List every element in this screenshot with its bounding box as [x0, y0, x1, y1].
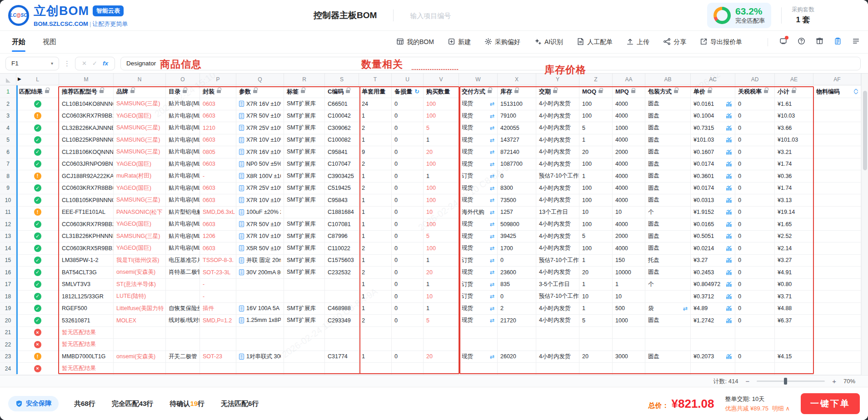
cell-unit-price[interactable]: ¥0.0165	[691, 218, 735, 231]
cell-delivery-type[interactable]: 现货⇄	[459, 315, 498, 327]
cell-packaging[interactable]	[645, 339, 691, 351]
cell-lead-time[interactable]	[536, 339, 579, 351]
toolbar-purchase-pref[interactable]: 采购偏好	[484, 38, 520, 47]
cell-package[interactable]: SMD,P=1.2	[200, 315, 236, 327]
column-header[interactable]: 单价	[691, 85, 735, 98]
cell-packaging[interactable]: 圆盘	[645, 146, 691, 158]
cell-delivery-type[interactable]: 订货⇄	[459, 279, 498, 291]
zoom-in-button[interactable]: +	[832, 378, 836, 385]
cell-material-code[interactable]	[813, 255, 861, 267]
cell-mpq[interactable]: 10	[613, 207, 645, 219]
cell-buy-qty[interactable]	[424, 327, 459, 339]
cell-tag[interactable]: SMT扩展库	[284, 170, 325, 183]
cell-stock[interactable]: 79100	[498, 110, 536, 123]
cell-tag[interactable]: SMT扩展库	[284, 303, 325, 315]
match-status-warn-icon[interactable]: !	[34, 173, 41, 180]
cell-moq[interactable]: 100	[579, 158, 613, 171]
cell-brand[interactable]	[114, 339, 166, 351]
cell-c-code[interactable]: C95841	[325, 146, 359, 158]
cell-brand[interactable]: SAMSUNG(三星)	[114, 98, 166, 110]
cell-buy-qty[interactable]: 10	[424, 291, 459, 303]
cell-unit-price[interactable]: ¥0.1607	[691, 146, 735, 158]
cell-spare-qty[interactable]: 0	[392, 218, 424, 231]
cell-lead-time[interactable]: 4小时内发货	[536, 351, 579, 363]
cell-delivery-type[interactable]: 现货⇄	[459, 267, 498, 279]
price-trend-icon[interactable]	[726, 317, 732, 324]
cell-moq[interactable]: 100	[579, 218, 613, 231]
zoom-out-button[interactable]: −	[745, 378, 749, 385]
cell-spare-qty[interactable]: 0	[392, 98, 424, 110]
swap-supplier-icon[interactable]: ⇄	[490, 305, 494, 312]
cell-tag[interactable]: SMT扩展库	[284, 158, 325, 171]
column-letter-N[interactable]: N	[114, 74, 166, 85]
cell-mpq[interactable]: 3000	[613, 351, 645, 363]
cell-mpq[interactable]: 1000	[613, 122, 645, 134]
cell-match-status[interactable]: ✓	[16, 291, 59, 303]
cell-qty-per-set[interactable]: 2	[359, 183, 392, 195]
cell-c-code[interactable]: C66501	[325, 98, 359, 110]
cell-stock[interactable]: 420055	[498, 122, 536, 134]
cell-moq[interactable]: 5	[579, 231, 613, 243]
cell-stock[interactable]: 1087700	[498, 158, 536, 171]
cell-buy-qty[interactable]: 20	[424, 267, 459, 279]
cell-params[interactable]	[236, 291, 284, 303]
messages-button[interactable]	[779, 37, 787, 47]
cell-material-code[interactable]	[813, 122, 861, 134]
cell-delivery-type[interactable]: 现货⇄	[459, 110, 498, 123]
cell-match-status[interactable]: ✓	[16, 279, 59, 291]
cell-subtotal[interactable]: ¥3.13	[775, 194, 813, 207]
cell-match-status[interactable]: ✓	[16, 194, 59, 207]
cell-delivery-type[interactable]: 现货⇄	[459, 122, 498, 134]
column-letter-M[interactable]: M	[59, 74, 114, 85]
cell-tariff-rate[interactable]: 0	[735, 303, 775, 315]
match-status-ok-icon[interactable]: ✓	[34, 305, 41, 312]
swap-supplier-icon[interactable]: ⇄	[490, 221, 494, 227]
cell-qty-per-set[interactable]: 1	[359, 279, 392, 291]
cell-category[interactable]	[166, 363, 200, 375]
cell-package[interactable]	[200, 363, 236, 375]
cell-delivery-type[interactable]: 现货⇄	[459, 351, 498, 363]
cell-tariff-rate[interactable]: 0	[735, 98, 775, 110]
column-header[interactable]: 标签	[284, 85, 325, 98]
cell-tariff-rate[interactable]: 0	[735, 242, 775, 255]
match-status-ok-icon[interactable]: ✓	[34, 293, 41, 300]
row-number[interactable]: 21	[0, 327, 16, 339]
cell-mpq[interactable]: 4000	[613, 134, 645, 147]
cell-moq[interactable]: 20	[579, 267, 613, 279]
cell-c-code[interactable]: C1575603	[325, 255, 359, 267]
cell-params[interactable]	[236, 363, 284, 375]
column-letter-Q[interactable]: Q	[236, 74, 284, 85]
cell-match-status[interactable]: !	[16, 110, 59, 123]
swap-supplier-icon[interactable]: ⇄	[490, 124, 494, 131]
cell-model[interactable]: EEE-FT1E101AL	[59, 207, 114, 219]
cell-subtotal[interactable]: ¥1.61	[775, 98, 813, 110]
price-trend-icon[interactable]	[726, 197, 732, 203]
price-trend-icon[interactable]	[726, 161, 732, 167]
match-status-err-icon[interactable]: ×	[34, 329, 41, 336]
cell-material-code[interactable]	[813, 231, 861, 243]
cell-moq[interactable]	[579, 363, 613, 375]
column-header[interactable]: 封装	[200, 85, 236, 98]
cell-mpq[interactable]: 500	[613, 303, 645, 315]
cell-unit-price[interactable]: ¥0.0161	[691, 98, 735, 110]
cell-subtotal[interactable]: ¥3.21	[775, 146, 813, 158]
column-letter-AA[interactable]: AA	[613, 74, 645, 85]
cell-package[interactable]: 1210	[200, 122, 236, 134]
column-header[interactable]: MOQ	[579, 85, 613, 98]
price-trend-icon[interactable]	[726, 257, 732, 263]
cell-package[interactable]: 0603	[200, 194, 236, 207]
column-letter-R[interactable]: R	[284, 74, 325, 85]
cell-category[interactable]	[166, 279, 200, 291]
cell-mpq[interactable]: 4000	[613, 170, 645, 183]
cell-spare-qty[interactable]: 0	[392, 158, 424, 171]
cell-params[interactable]: X7R 25V ±10% 6	[236, 183, 284, 195]
column-header[interactable]: 参数	[236, 85, 284, 98]
cell-qty-per-set[interactable]: 2	[359, 158, 392, 171]
cell-spare-qty[interactable]: 0	[392, 170, 424, 183]
cell-tag[interactable]	[284, 207, 325, 219]
cell-stock[interactable]: 8300	[498, 183, 536, 195]
cell-tariff-rate[interactable]: 0	[735, 267, 775, 279]
cell-tag[interactable]: SMT扩展库	[284, 122, 325, 134]
cell-qty-per-set[interactable]	[359, 363, 392, 375]
scrollbar-thumb[interactable]	[863, 91, 867, 170]
